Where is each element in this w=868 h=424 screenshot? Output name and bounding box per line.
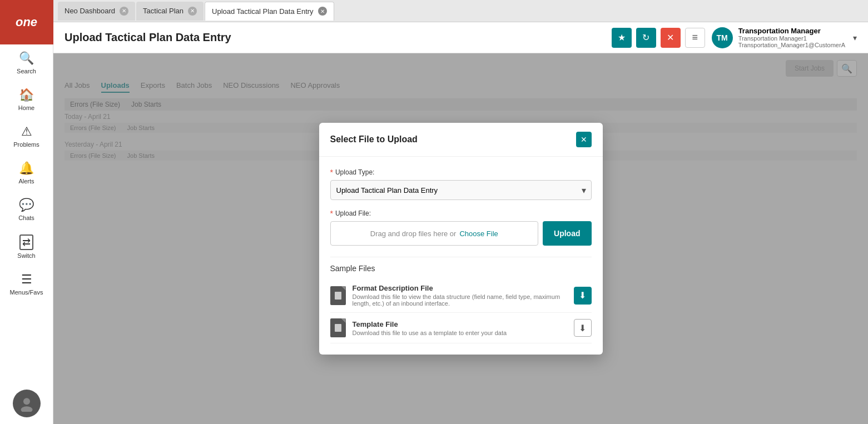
upload-row: Drag and drop files here or Choose File … — [330, 221, 592, 246]
modal-title: Select File to Upload — [330, 134, 418, 144]
page-header: Upload Tactical Plan Data Entry ★ ↻ ✕ ≡ … — [53, 22, 868, 53]
modal-overlay: Select File to Upload ✕ * Upload Type: U… — [53, 53, 868, 424]
sidebar-item-label: Home — [18, 104, 34, 111]
user-info[interactable]: TM Transportation Manager Transportation… — [712, 27, 857, 48]
sidebar-item-problems[interactable]: ⚠ Problems — [0, 118, 53, 154]
user-details: Transportation Manager Transportation Ma… — [738, 27, 845, 48]
menu-button[interactable]: ≡ — [685, 28, 705, 48]
sidebar-item-label: Chats — [18, 215, 34, 221]
sidebar-item-label: Alerts — [18, 178, 34, 184]
page-content-area: Start Jobs 🔍 All Jobs Uploads Exports Ba… — [53, 53, 868, 424]
sidebar-item-search[interactable]: 🔍 Search — [0, 44, 53, 81]
sidebar-item-label: Problems — [13, 141, 39, 148]
upload-button[interactable]: Upload — [543, 221, 591, 246]
sidebar-item-menus[interactable]: ☰ Menus/Favs — [0, 266, 53, 302]
search-icon: 🔍 — [19, 51, 34, 66]
sample-file-format-description: Format Description File Download this fi… — [330, 278, 592, 313]
modal-close-button[interactable]: ✕ — [576, 132, 592, 147]
sidebar-item-label: Search — [17, 68, 36, 74]
close-page-button[interactable]: ✕ — [661, 28, 681, 48]
main-content: Neo Dashboard ✕ Tactical Plan ✕ Upload T… — [53, 0, 868, 424]
chevron-down-icon: ▾ — [853, 33, 857, 42]
bell-icon: 🔔 — [19, 161, 34, 176]
tab-label: Tactical Plan — [143, 7, 183, 15]
refresh-button[interactable]: ↻ — [636, 28, 656, 48]
modal-body: * Upload Type: Upload Tactical Plan Data… — [319, 157, 603, 355]
file-icon — [330, 318, 346, 337]
sample-files-title: Sample Files — [330, 264, 592, 273]
upload-type-wrapper: Upload Tactical Plan Data Entry ▾ — [330, 180, 592, 200]
file-info: Template File Download this file to use … — [353, 320, 567, 336]
file-name: Format Description File — [353, 284, 567, 292]
user-name: Transportation Manager — [738, 27, 845, 35]
tab-tactical-plan[interactable]: Tactical Plan ✕ — [136, 2, 204, 21]
sidebar-item-chats[interactable]: 💬 Chats — [0, 191, 53, 228]
user-avatar: TM — [712, 27, 733, 48]
download-template-button[interactable]: ⬇ — [574, 319, 592, 337]
upload-type-label: * Upload Type: — [330, 168, 592, 177]
choose-file-link[interactable]: Choose File — [459, 230, 498, 238]
svg-rect-2 — [335, 292, 341, 300]
sidebar-item-alerts[interactable]: 🔔 Alerts — [0, 154, 53, 191]
switch-icon: ⇄ — [19, 235, 33, 250]
sidebar-item-label: Menus/Favs — [10, 289, 43, 296]
logo-text: one — [16, 15, 37, 29]
sidebar-item-label: Switch — [17, 252, 35, 259]
home-icon: 🏠 — [19, 88, 34, 102]
download-format-button[interactable]: ⬇ — [574, 287, 592, 305]
header-actions: ★ ↻ ✕ ≡ — [612, 28, 705, 48]
section-divider — [330, 257, 592, 257]
svg-point-0 — [23, 398, 30, 405]
file-info: Format Description File Download this fi… — [353, 284, 567, 307]
required-star: * — [330, 168, 333, 177]
file-description: Download this file to view the data stru… — [353, 293, 567, 307]
upload-file-field-label: Upload File: — [335, 209, 371, 217]
file-description: Download this file to use as a template … — [353, 330, 567, 336]
upload-file-label: * Upload File: — [330, 209, 592, 218]
svg-point-1 — [21, 406, 32, 412]
sidebar-item-switch[interactable]: ⇄ Switch — [0, 228, 53, 266]
tab-close-neo-dashboard[interactable]: ✕ — [120, 7, 128, 16]
favorite-button[interactable]: ★ — [612, 28, 632, 48]
chat-icon: 💬 — [19, 198, 34, 212]
user-avatar-sidebar[interactable] — [13, 390, 41, 417]
file-icon — [330, 286, 346, 305]
drag-drop-text: Drag and drop files here or — [370, 230, 457, 238]
sample-file-template: Template File Download this file to use … — [330, 313, 592, 343]
user-email: Transportation_Manager1@CustomerA — [738, 42, 845, 48]
required-star: * — [330, 209, 333, 218]
tab-upload-tactical[interactable]: Upload Tactical Plan Data Entry ✕ — [205, 2, 334, 21]
svg-rect-3 — [335, 324, 341, 332]
modal-header: Select File to Upload ✕ — [319, 123, 603, 157]
upload-type-select[interactable]: Upload Tactical Plan Data Entry — [330, 180, 592, 200]
app-logo[interactable]: one — [0, 0, 53, 44]
upload-type-field-label: Upload Type: — [335, 168, 375, 176]
page-title: Upload Tactical Plan Data Entry — [65, 31, 612, 44]
warning-icon: ⚠ — [21, 124, 32, 139]
user-initials: TM — [717, 33, 728, 42]
tab-label: Neo Dashboard — [65, 7, 115, 15]
tab-close-upload-tactical[interactable]: ✕ — [318, 7, 327, 16]
user-role: Transportation Manager1 — [738, 35, 845, 42]
file-name: Template File — [353, 320, 567, 328]
upload-modal: Select File to Upload ✕ * Upload Type: U… — [319, 123, 603, 355]
sidebar-item-home[interactable]: 🏠 Home — [0, 81, 53, 118]
tab-label: Upload Tactical Plan Data Entry — [212, 7, 314, 16]
sidebar: one 🔍 Search 🏠 Home ⚠ Problems 🔔 Alerts … — [0, 0, 53, 424]
drop-zone[interactable]: Drag and drop files here or Choose File — [330, 221, 539, 246]
menu-icon: ☰ — [21, 272, 32, 287]
tab-neo-dashboard[interactable]: Neo Dashboard ✕ — [58, 2, 135, 21]
tab-close-tactical-plan[interactable]: ✕ — [188, 7, 197, 16]
tab-bar: Neo Dashboard ✕ Tactical Plan ✕ Upload T… — [53, 0, 868, 22]
